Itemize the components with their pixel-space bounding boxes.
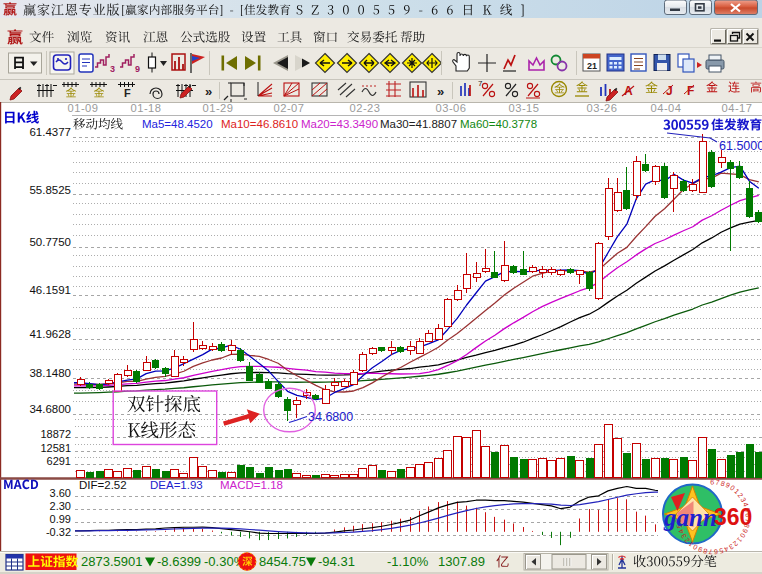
svg-text:Ma10=46.8610: Ma10=46.8610 (221, 118, 298, 130)
svg-text:61.5000: 61.5000 (719, 139, 762, 153)
svg-text:-94.31: -94.31 (318, 554, 355, 569)
svg-text:3: 3 (110, 64, 115, 74)
svg-text:34.6800: 34.6800 (29, 403, 71, 415)
svg-text:01-18: 01-18 (130, 102, 161, 114)
svg-text:MACD=1.18: MACD=1.18 (220, 479, 283, 491)
svg-text:55.8525: 55.8525 (29, 184, 71, 196)
svg-text:34.6800: 34.6800 (308, 410, 353, 424)
svg-text:50.7750: 50.7750 (29, 236, 71, 248)
svg-text:12581: 12581 (40, 442, 71, 454)
svg-text:9: 9 (135, 64, 140, 74)
svg-text:04-17: 04-17 (721, 102, 752, 114)
svg-text:Ma30=41.8807: Ma30=41.8807 (380, 118, 457, 130)
svg-text:-0.32: -0.32 (46, 526, 71, 538)
svg-text:1307.89: 1307.89 (438, 554, 485, 569)
svg-text:02-07: 02-07 (273, 102, 304, 114)
svg-text:7: 7 (478, 79, 483, 88)
svg-text:03-06: 03-06 (435, 102, 466, 114)
svg-text:Ma60=40.3778: Ma60=40.3778 (460, 118, 537, 130)
svg-text:F: F (124, 87, 131, 99)
svg-text:01-09: 01-09 (67, 102, 98, 114)
svg-text:46.1591: 46.1591 (29, 284, 71, 296)
svg-text:»: » (205, 84, 212, 99)
svg-text:18872: 18872 (40, 428, 71, 440)
svg-text:8454.75: 8454.75 (259, 554, 306, 569)
svg-text:DIF=2.52: DIF=2.52 (79, 479, 127, 491)
svg-text:02-23: 02-23 (349, 102, 380, 114)
svg-text:gann: gann (663, 504, 717, 531)
svg-text:03-26: 03-26 (586, 102, 617, 114)
svg-text:3.60: 3.60 (50, 487, 71, 499)
svg-text:41.9628: 41.9628 (29, 328, 71, 340)
svg-text:03-15: 03-15 (508, 102, 539, 114)
svg-text:21: 21 (587, 61, 597, 71)
svg-text:2873.5901: 2873.5901 (81, 554, 142, 569)
svg-text:-8.6399: -8.6399 (157, 554, 201, 569)
svg-text:»: » (437, 84, 444, 99)
svg-text:38.1480: 38.1480 (29, 367, 71, 379)
svg-text:04-04: 04-04 (650, 102, 681, 114)
svg-text:Ma5=48.4520: Ma5=48.4520 (142, 118, 213, 130)
svg-text:0.99: 0.99 (50, 513, 71, 525)
svg-text:2.30: 2.30 (50, 500, 71, 512)
svg-text:DEA=1.93: DEA=1.93 (150, 479, 203, 491)
svg-text:01-29: 01-29 (202, 102, 233, 114)
svg-text:61.4377: 61.4377 (29, 126, 71, 138)
svg-text:-1.10%: -1.10% (387, 554, 429, 569)
svg-text:Ma20=43.3490: Ma20=43.3490 (301, 118, 378, 130)
svg-text:6291: 6291 (47, 455, 71, 467)
svg-text:360: 360 (714, 504, 752, 530)
